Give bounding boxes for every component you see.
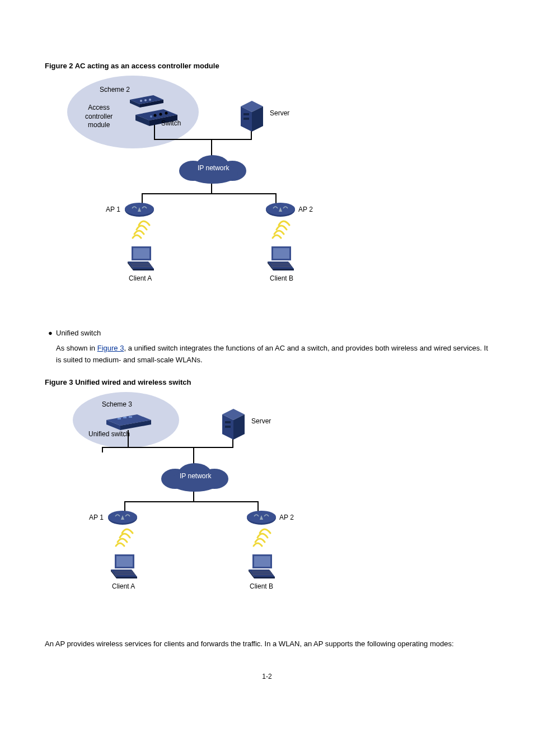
- figure-2: Figure 2 AC acting as an access controll…: [45, 62, 489, 305]
- acm-label: Accesscontrollermodule: [85, 104, 113, 130]
- svg-marker-69: [116, 577, 137, 578]
- svg-marker-40: [273, 269, 294, 270]
- figure2-title: Figure 2 AC acting as an access controll…: [45, 62, 489, 70]
- body-text: As shown in: [56, 344, 97, 352]
- unified-switch-icon: [104, 413, 154, 433]
- svg-rect-16: [243, 113, 249, 115]
- svg-marker-29: [133, 248, 149, 259]
- bullet-text: Unified switch: [56, 328, 101, 339]
- clientA-icon: [106, 552, 140, 580]
- wave-icon: [270, 218, 292, 241]
- line: [142, 193, 276, 194]
- line: [154, 139, 252, 140]
- figure-3: Figure 3 Unified wired and wireless swit…: [45, 378, 489, 616]
- clientA-label: Client A: [129, 274, 152, 282]
- clientA-label: Client A: [112, 582, 135, 590]
- ap2-label: AP 2: [279, 514, 294, 521]
- svg-marker-37: [273, 248, 289, 259]
- svg-point-10: [160, 113, 162, 116]
- page-number: 1-2: [45, 673, 489, 680]
- bullet-body: As shown in Figure 3, a unified switch i…: [56, 343, 489, 366]
- figure3-title: Figure 3 Unified wired and wireless swit…: [45, 378, 489, 386]
- svg-rect-49: [129, 416, 132, 418]
- svg-rect-48: [123, 417, 127, 418]
- wave-icon: [113, 526, 135, 549]
- clientB-icon: [263, 244, 297, 272]
- scheme2-label: Scheme 2: [100, 86, 130, 94]
- svg-marker-77: [254, 577, 275, 578]
- line: [251, 130, 252, 139]
- ap1-icon: [107, 510, 138, 526]
- server-label: Server: [270, 109, 289, 117]
- server-label: Server: [251, 417, 271, 425]
- ap1-label: AP 1: [106, 206, 120, 213]
- ap2-icon: [265, 202, 296, 218]
- svg-rect-54: [225, 426, 231, 428]
- clientB-icon: [244, 552, 278, 580]
- svg-point-12: [150, 115, 152, 118]
- line: [124, 501, 259, 502]
- figure2-diagram: Scheme 2 Accesscontrollermodule: [78, 76, 325, 305]
- svg-point-11: [165, 112, 168, 115]
- line: [102, 447, 103, 452]
- figure3-diagram: Scheme 3 Unified switch: [78, 392, 325, 616]
- switch-label: Switch: [161, 119, 181, 127]
- svg-rect-47: [118, 418, 121, 419]
- svg-marker-66: [116, 556, 133, 567]
- bullet-unified-switch: ● Unified switch: [45, 328, 489, 339]
- clientA-icon: [123, 244, 157, 272]
- clientB-label: Client B: [250, 582, 273, 590]
- line: [102, 447, 233, 448]
- wave-icon: [251, 526, 273, 549]
- scheme3-label: Scheme 3: [102, 400, 132, 408]
- svg-point-9: [154, 114, 157, 117]
- server-icon: [219, 409, 247, 440]
- server-icon: [238, 101, 266, 132]
- acm-label-text: Accesscontrollermodule: [85, 104, 113, 129]
- clientB-label: Client B: [270, 274, 293, 282]
- bullet-dot: ●: [45, 328, 56, 339]
- svg-point-4: [144, 99, 147, 101]
- line: [154, 125, 155, 139]
- ap2-icon: [246, 510, 277, 526]
- svg-rect-53: [225, 421, 231, 423]
- ip-label: IP network: [198, 164, 229, 172]
- ip-label: IP network: [180, 472, 211, 480]
- svg-point-5: [149, 99, 151, 101]
- svg-marker-32: [133, 269, 154, 270]
- figure3-link[interactable]: Figure 3: [97, 344, 124, 352]
- svg-rect-17: [243, 118, 249, 120]
- svg-marker-74: [254, 556, 270, 567]
- paragraph-ap-modes: An AP provides wireless services for cli…: [45, 638, 489, 650]
- ap2-label: AP 2: [298, 206, 313, 213]
- ap1-icon: [124, 202, 155, 218]
- ap1-label: AP 1: [89, 514, 104, 521]
- wave-icon: [130, 218, 152, 241]
- svg-point-3: [140, 100, 142, 102]
